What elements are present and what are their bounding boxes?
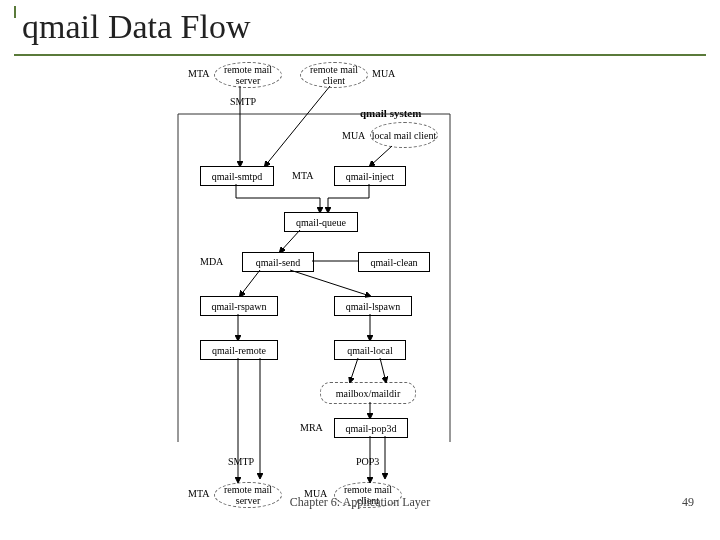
svg-line-19 [380,358,386,382]
slide-title: qmail Data Flow [22,8,251,46]
svg-line-4 [265,86,330,166]
svg-line-12 [280,230,300,252]
svg-line-14 [240,270,260,296]
page-number: 49 [682,495,694,510]
svg-line-18 [350,358,358,382]
qmail-flow-diagram: MTA remote mail server remote mail clien… [170,62,550,512]
svg-line-5 [370,146,392,166]
svg-line-15 [290,270,370,296]
footer-text: Chapter 6: Application Layer [0,495,720,510]
diagram-connectors [170,62,550,522]
